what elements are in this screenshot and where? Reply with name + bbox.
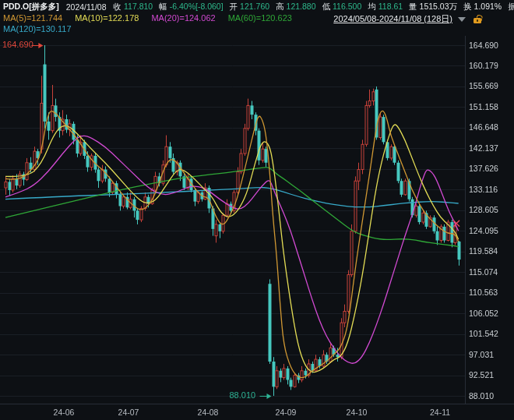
month-tick-label: 24-06 — [47, 408, 81, 417]
month-tick-label: 24-10 — [340, 408, 374, 417]
price-tick-label: 101.542 — [469, 329, 498, 338]
month-tick-label: 24-11 — [423, 408, 457, 417]
ma-legend-item: MA(5)=121.744 — [3, 13, 62, 23]
ma-legend-item: MA(10)=122.178 — [75, 13, 139, 23]
stat-item: 换1.091% — [463, 2, 502, 12]
stat-item: 开121.760 — [230, 2, 269, 12]
high-price-annotation: 164.690 — [2, 40, 33, 49]
quote-date: 2024/11/08 — [66, 2, 107, 12]
ma-legend-item: MA(120)=130.117 — [3, 24, 72, 34]
month-tick-label: 24-09 — [269, 408, 303, 417]
price-tick-label: 137.626 — [469, 164, 498, 173]
date-range-label[interactable]: 2024/05/08-2024/11/08 (128日) — [333, 13, 452, 25]
price-tick-label: 106.052 — [469, 309, 498, 318]
ma-legend-row-2: MA(120)=130.117 — [3, 24, 84, 34]
stock-symbol: PDD.O[拼多多] — [3, 2, 59, 12]
stat-item: 高121.880 — [276, 2, 315, 12]
price-tick-label: 115.074 — [469, 267, 498, 277]
stat-item: 均118.61 — [368, 2, 403, 12]
price-tick-label: 142.137 — [469, 143, 498, 153]
stock-info-bar: PDD.O[拼多多] 2024/11/08 收117.810幅-6.40%[-8… — [3, 2, 514, 12]
price-tick-label: 133.116 — [469, 185, 498, 194]
stat-item: 收117.810 — [114, 2, 153, 12]
month-tick-label: 24-08 — [191, 408, 225, 417]
date-range-selector[interactable]: 2024/05/08-2024/11/08 (128日) — [333, 13, 483, 25]
price-tick-label: 128.605 — [469, 205, 498, 214]
price-tick-label: 92.521 — [469, 370, 494, 379]
ma-legend-row-1: MA(5)=121.744MA(10)=122.178MA(20)=124.06… — [3, 13, 305, 23]
stat-item: 振4.27% — [508, 2, 514, 12]
price-tick-label: 110.563 — [469, 288, 498, 297]
price-tick-label: 164.690 — [469, 41, 498, 50]
unlock-icon[interactable] — [473, 14, 483, 24]
ma-legend-item: MA(60)=120.623 — [228, 13, 292, 23]
stat-item: 量1515.03万 — [409, 2, 457, 12]
month-tick-label: 24-07 — [111, 408, 146, 417]
price-tick-label: 88.010 — [469, 391, 494, 401]
low-price-annotation: 88.010 — [230, 390, 256, 400]
stat-item: 幅-6.40%[-8.060] — [159, 2, 223, 12]
price-tick-label: 146.648 — [469, 122, 498, 132]
price-tick-label: 119.584 — [469, 246, 498, 256]
price-tick-label: 155.669 — [469, 81, 498, 90]
price-tick-label: 160.179 — [469, 61, 498, 70]
padlock-keyhole — [477, 19, 478, 22]
stat-item: 低116.500 — [322, 2, 362, 12]
price-tick-label: 97.031 — [469, 350, 494, 359]
chevron-down-icon[interactable] — [458, 17, 466, 22]
ma-legend-item: MA(20)=124.062 — [151, 13, 215, 23]
price-tick-label: 151.158 — [469, 102, 498, 111]
candlestick-chart[interactable] — [0, 0, 514, 420]
price-tick-label: 124.095 — [469, 226, 498, 235]
stock-chart-panel: PDD.O[拼多多] 2024/11/08 收117.810幅-6.40%[-8… — [0, 0, 514, 420]
